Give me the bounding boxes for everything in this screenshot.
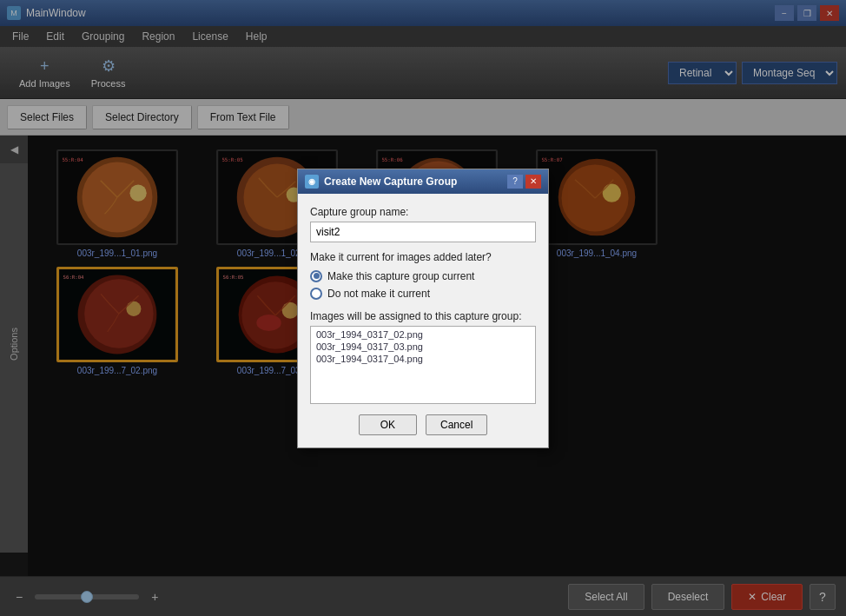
dialog-title: Create New Capture Group bbox=[324, 176, 507, 188]
list-item[interactable]: 003r_1994_0317_03.png bbox=[313, 341, 533, 353]
dialog: ◉ Create New Capture Group ? ✕ Capture g… bbox=[297, 169, 549, 448]
dialog-help-button[interactable]: ? bbox=[507, 175, 523, 189]
radio-do-not-make-control[interactable] bbox=[310, 288, 322, 300]
capture-group-name-input[interactable] bbox=[310, 222, 536, 242]
dialog-body: Capture group name: Make it current for … bbox=[298, 194, 548, 447]
capture-group-name-label: Capture group name: bbox=[310, 206, 536, 218]
dialog-icon: ◉ bbox=[305, 175, 319, 189]
dialog-action-buttons: OK Cancel bbox=[310, 414, 536, 435]
list-item[interactable]: 003r_1994_0317_02.png bbox=[313, 328, 533, 341]
capture-group-name-row: Capture group name: bbox=[310, 206, 536, 242]
radio-do-not-make-label: Do not make it current bbox=[327, 288, 430, 300]
make-current-question: Make it current for images added later? bbox=[310, 251, 536, 263]
dialog-cancel-button[interactable]: Cancel bbox=[426, 414, 487, 435]
radio-make-current-label: Make this capture group current bbox=[327, 270, 474, 282]
dialog-buttons: ? ✕ bbox=[507, 175, 541, 189]
dialog-ok-button[interactable]: OK bbox=[359, 414, 417, 435]
radio-group: Make this capture group current Do not m… bbox=[310, 270, 536, 300]
radio-do-not-make[interactable]: Do not make it current bbox=[310, 288, 536, 300]
dialog-close-button[interactable]: ✕ bbox=[525, 175, 541, 189]
dialog-title-bar: ◉ Create New Capture Group ? ✕ bbox=[298, 169, 548, 194]
image-listbox[interactable]: 003r_1994_0317_02.png 003r_1994_0317_03.… bbox=[310, 326, 536, 404]
list-item[interactable]: 003r_1994_0317_04.png bbox=[313, 353, 533, 365]
radio-make-current-control[interactable] bbox=[310, 270, 322, 282]
dialog-overlay: ◉ Create New Capture Group ? ✕ Capture g… bbox=[0, 0, 846, 616]
images-section-label: Images will be assigned to this capture … bbox=[310, 310, 536, 322]
radio-make-current[interactable]: Make this capture group current bbox=[310, 270, 536, 282]
